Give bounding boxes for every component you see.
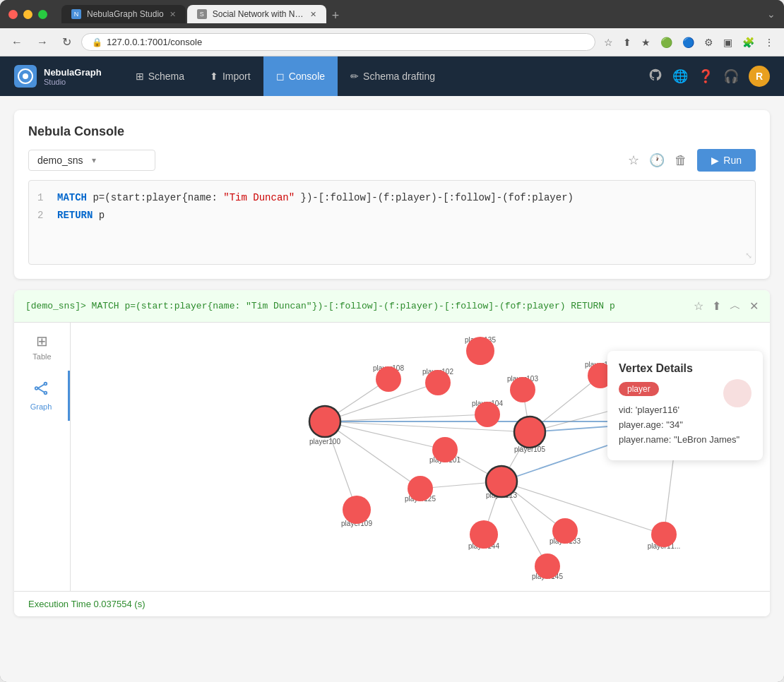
- import-icon: ⬆: [210, 71, 218, 82]
- svg-point-64: [651, 522, 677, 547]
- svg-point-60: [552, 518, 578, 544]
- vertex-age: player.age: "34": [619, 419, 752, 430]
- svg-point-55: [376, 366, 401, 392]
- favorite-icon[interactable]: ☆: [628, 152, 639, 168]
- line-num-1: 1: [37, 189, 49, 207]
- share-icon[interactable]: ⬆: [620, 34, 634, 51]
- help-icon[interactable]: ❓: [698, 68, 713, 84]
- reload-button[interactable]: ↻: [58, 32, 76, 52]
- ext3-icon[interactable]: ⚙: [701, 34, 716, 51]
- history-icon[interactable]: 🕐: [649, 152, 665, 168]
- minimize-button[interactable]: [23, 10, 32, 19]
- drafting-icon: ✏: [350, 71, 359, 82]
- vertex-tag: player: [619, 382, 659, 396]
- table-icon: ⊞: [36, 333, 48, 349]
- graph-view: player100 player101 player102 player103 …: [71, 323, 770, 591]
- code-editor[interactable]: 1 MATCH p=(start:player{name: "Tim Dunca…: [28, 180, 756, 265]
- svg-line-6: [37, 388, 44, 393]
- vertex-avatar: [723, 379, 752, 407]
- menu-icon[interactable]: ⋮: [761, 34, 777, 51]
- chevron-down-icon: ▾: [92, 155, 96, 165]
- nav-import[interactable]: ⬆ Import: [197, 56, 263, 96]
- user-avatar[interactable]: R: [749, 66, 770, 87]
- result-close-icon[interactable]: ✕: [749, 299, 759, 313]
- close-button[interactable]: [8, 10, 18, 19]
- nav-schema[interactable]: ⊞ Schema: [123, 56, 197, 96]
- play-icon: ▶: [711, 155, 719, 166]
- toolbar-right: ☆ 🕐 🗑 ▶ Run: [628, 149, 756, 172]
- lock-icon: 🔒: [92, 37, 102, 47]
- browser-toolbar: ← → ↻ 🔒 127.0.0.1:7001/console ☆ ⬆ ★ 🟢 🔵…: [0, 28, 784, 56]
- app-content: NebulaGraph Studio ⊞ Schema ⬆ Import ◻ C…: [0, 56, 784, 682]
- nav-console-label: Console: [289, 71, 325, 82]
- console-icon: ◻: [276, 71, 285, 82]
- tab-label-social: Social Network with NebulaGr...: [213, 9, 304, 19]
- browser-menu-icon[interactable]: ⌄: [767, 8, 776, 20]
- svg-point-62: [470, 520, 498, 549]
- browser-tabs: N NebulaGraph Studio ✕ S Social Network …: [61, 5, 761, 23]
- ext2-icon[interactable]: 🔵: [679, 34, 697, 51]
- db-select[interactable]: demo_sns ▾: [28, 150, 155, 171]
- bookmark-icon[interactable]: ☆: [601, 34, 616, 51]
- logo-area: NebulaGraph Studio: [14, 65, 102, 88]
- code-line-1: 1 MATCH p=(start:player{name: "Tim Dunca…: [37, 189, 747, 207]
- address-text: 127.0.0.1:7001/console: [107, 37, 202, 47]
- vertex-details-panel: Vertex Details player vid: 'player116' p…: [607, 351, 763, 460]
- tab-social[interactable]: S Social Network with NebulaGr... ✕: [187, 5, 326, 23]
- browser-window: N NebulaGraph Studio ✕ S Social Network …: [0, 0, 784, 682]
- table-view-button[interactable]: ⊞ Table: [14, 323, 70, 371]
- extensions-icon[interactable]: 🧩: [740, 34, 757, 51]
- sidebar-icon[interactable]: ▣: [720, 34, 735, 51]
- svg-point-56: [343, 496, 371, 524]
- nav-schema-drafting[interactable]: ✏ Schema drafting: [338, 56, 448, 96]
- nav-schema-label: Schema: [148, 71, 184, 82]
- tab-nebula[interactable]: N NebulaGraph Studio ✕: [61, 5, 186, 23]
- header-right: 🌐 ❓ 🎧 R: [648, 66, 770, 87]
- tab-close-social[interactable]: ✕: [310, 10, 316, 19]
- svg-point-59: [408, 476, 433, 501]
- maximize-button[interactable]: [38, 10, 47, 19]
- console-toolbar: demo_sns ▾ ☆ 🕐 🗑 ▶ Run: [28, 149, 756, 172]
- svg-point-2: [35, 387, 38, 390]
- console-panel: Nebula Console demo_sns ▾ ☆ 🕐 🗑 ▶ Run: [14, 110, 770, 279]
- svg-point-52: [425, 370, 451, 395]
- browser-icons: ☆ ⬆ ★ 🟢 🔵 ⚙ ▣ 🧩 ⋮: [601, 34, 777, 51]
- tab-favicon-nebula: N: [71, 9, 81, 19]
- address-bar[interactable]: 🔒 127.0.0.1:7001/console: [81, 33, 595, 51]
- svg-point-4: [44, 392, 47, 395]
- delete-icon[interactable]: 🗑: [675, 153, 687, 168]
- graph-sidebar: ⊞ Table: [14, 323, 71, 591]
- db-select-value: demo_sns: [37, 155, 83, 166]
- svg-point-3: [44, 383, 47, 385]
- headphone-icon[interactable]: 🎧: [723, 68, 739, 84]
- nav-console[interactable]: ◻ Console: [263, 56, 338, 96]
- nav-items: ⊞ Schema ⬆ Import ◻ Console ✏ Schema dra…: [123, 56, 448, 96]
- svg-point-53: [510, 377, 535, 402]
- resize-handle[interactable]: ⤡: [745, 251, 752, 261]
- ext1-icon[interactable]: 🟢: [658, 34, 675, 51]
- svg-point-51: [432, 437, 458, 462]
- run-button[interactable]: ▶ Run: [697, 149, 756, 172]
- run-label: Run: [723, 155, 742, 166]
- graph-icon: [33, 381, 49, 400]
- nav-drafting-label: Schema drafting: [363, 71, 435, 82]
- result-favorite-icon[interactable]: ☆: [694, 299, 703, 313]
- result-collapse-icon[interactable]: ︿: [730, 299, 741, 313]
- tab-close-nebula[interactable]: ✕: [170, 10, 176, 19]
- graph-view-button[interactable]: Graph: [14, 371, 70, 421]
- back-button[interactable]: ←: [7, 33, 27, 52]
- github-icon[interactable]: [648, 68, 663, 85]
- vertex-name: player.name: "LeBron James": [619, 434, 752, 445]
- result-query: [demo_sns]> MATCH p=(start:player{name: …: [25, 301, 687, 311]
- new-tab-button[interactable]: +: [332, 8, 340, 23]
- result-export-icon[interactable]: ⬆: [712, 299, 721, 313]
- code-content-2: RETURN p: [57, 207, 105, 225]
- globe-icon[interactable]: 🌐: [672, 68, 688, 84]
- result-header-icons: ☆ ⬆ ︿ ✕: [694, 299, 759, 313]
- app-header: NebulaGraph Studio ⊞ Schema ⬆ Import ◻ C…: [0, 56, 784, 96]
- forward-button[interactable]: →: [32, 33, 52, 52]
- svg-point-61: [466, 337, 494, 365]
- star-icon[interactable]: ★: [639, 34, 653, 51]
- nav-import-label: Import: [222, 71, 251, 82]
- graph-label: Graph: [30, 402, 52, 411]
